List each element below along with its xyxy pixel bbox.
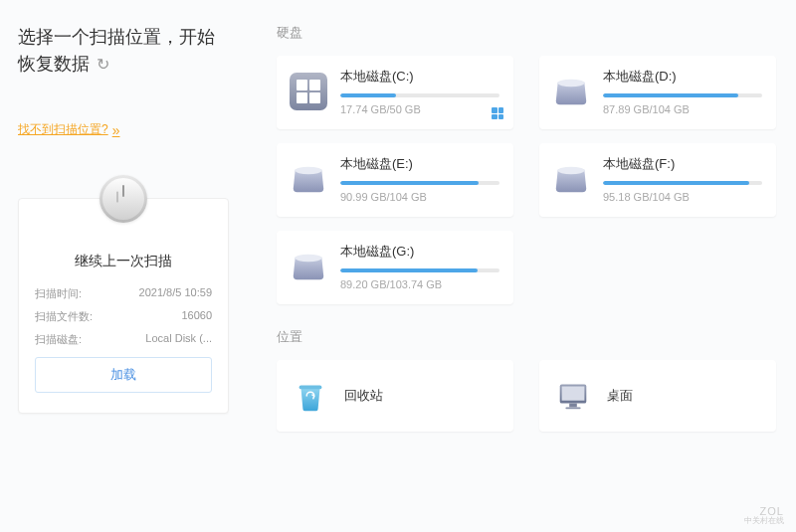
hard-drive-icon bbox=[289, 248, 328, 285]
hard-drive-icon bbox=[551, 160, 591, 198]
recycle-bin-icon bbox=[291, 376, 330, 416]
svg-point-1 bbox=[296, 167, 322, 175]
disk-card-C[interactable]: 本地磁盘(C:)17.74 GB/50 GB bbox=[277, 56, 513, 129]
grid-indicator-icon bbox=[492, 107, 503, 119]
scan-disk-row: 扫描磁盘:Local Disk (... bbox=[35, 332, 212, 347]
disk-card-G[interactable]: 本地磁盘(G:)89.20 GB/103.74 GB bbox=[277, 231, 513, 304]
svg-point-2 bbox=[558, 167, 585, 175]
disk-card-D[interactable]: 本地磁盘(D:)87.89 GB/104 GB bbox=[539, 56, 776, 129]
disks-section-label: 硬盘 bbox=[277, 24, 776, 42]
refresh-icon[interactable]: ↻ bbox=[97, 53, 109, 77]
disk-usage-bar bbox=[603, 181, 762, 185]
disk-name: 本地磁盘(E:) bbox=[340, 155, 499, 173]
location-name: 回收站 bbox=[344, 387, 383, 405]
load-button[interactable]: 加载 bbox=[35, 357, 212, 393]
hard-drive-icon bbox=[289, 160, 328, 198]
disk-card-E[interactable]: 本地磁盘(E:)90.99 GB/104 GB bbox=[277, 143, 513, 217]
disk-name: 本地磁盘(D:) bbox=[603, 68, 762, 86]
disk-usage-bar bbox=[340, 181, 499, 185]
locations-section-label: 位置 bbox=[277, 328, 776, 346]
last-scan-card: 继续上一次扫描 扫描时间:2021/8/5 10:59 扫描文件数:16060 … bbox=[18, 198, 229, 414]
help-link[interactable]: 找不到扫描位置?» bbox=[18, 121, 119, 138]
disk-usage-bar bbox=[340, 268, 499, 272]
disk-card-F[interactable]: 本地磁盘(F:)95.18 GB/104 GB bbox=[539, 143, 776, 217]
page-title: 选择一个扫描位置，开始恢复数据 ↻ bbox=[18, 24, 229, 78]
disk-size: 90.99 GB/104 GB bbox=[340, 191, 499, 203]
chevron-right-icon: » bbox=[112, 122, 120, 138]
scan-files-row: 扫描文件数:16060 bbox=[35, 309, 212, 324]
clock-icon bbox=[100, 175, 147, 223]
location-desktop[interactable]: 桌面 bbox=[539, 360, 776, 432]
hard-drive-icon bbox=[551, 73, 591, 110]
last-scan-title: 继续上一次扫描 bbox=[35, 253, 212, 270]
desktop-icon bbox=[553, 376, 593, 416]
windows-drive-icon bbox=[289, 73, 328, 110]
disk-size: 87.89 GB/104 GB bbox=[603, 103, 762, 115]
disk-size: 95.18 GB/104 GB bbox=[603, 191, 762, 203]
disk-name: 本地磁盘(F:) bbox=[603, 155, 762, 173]
scan-time-row: 扫描时间:2021/8/5 10:59 bbox=[35, 286, 212, 301]
disk-size: 17.74 GB/50 GB bbox=[340, 103, 499, 115]
svg-rect-6 bbox=[562, 387, 585, 401]
svg-point-0 bbox=[558, 80, 585, 88]
disk-usage-bar bbox=[603, 93, 762, 97]
watermark: ZOL 中关村在线 bbox=[744, 505, 784, 526]
svg-rect-7 bbox=[569, 404, 577, 408]
location-name: 桌面 bbox=[607, 387, 633, 405]
svg-rect-4 bbox=[299, 386, 322, 390]
svg-point-3 bbox=[296, 255, 322, 263]
disk-name: 本地磁盘(C:) bbox=[340, 68, 499, 86]
svg-rect-8 bbox=[565, 407, 580, 409]
disk-size: 89.20 GB/103.74 GB bbox=[340, 278, 499, 290]
disk-usage-bar bbox=[340, 93, 499, 97]
disk-name: 本地磁盘(G:) bbox=[340, 243, 499, 261]
location-recycle-bin[interactable]: 回收站 bbox=[277, 360, 513, 432]
